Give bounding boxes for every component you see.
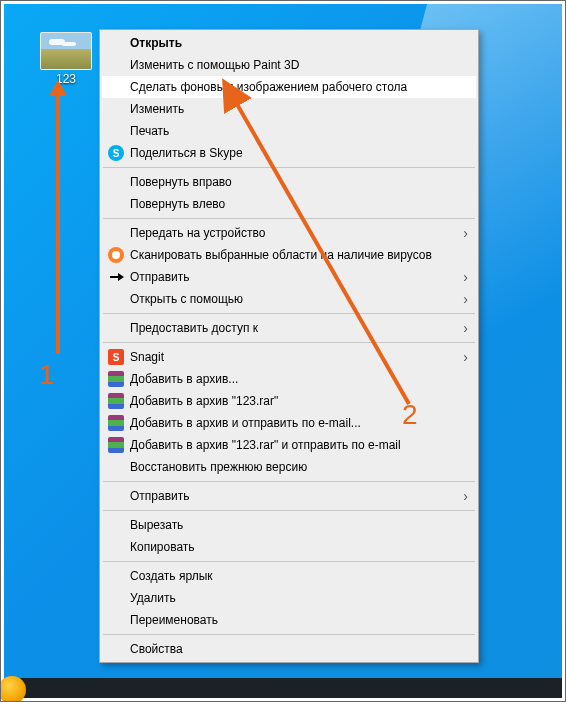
desktop[interactable]: 123 ОткрытьИзменить с помощью Paint 3DСд… — [4, 4, 562, 698]
menu-item-label: Печать — [130, 124, 169, 138]
menu-item-label: Удалить — [130, 591, 176, 605]
skype-icon — [108, 145, 124, 161]
menu-item[interactable]: Открыть с помощью› — [102, 288, 476, 310]
chevron-right-icon: › — [463, 225, 468, 241]
menu-separator — [103, 510, 475, 511]
menu-item-label: Свойства — [130, 642, 183, 656]
menu-item-label: Добавить в архив "123.rar" и отправить п… — [130, 438, 401, 452]
annotation-arrow-1 — [56, 94, 60, 354]
menu-separator — [103, 634, 475, 635]
image-thumbnail — [40, 32, 92, 70]
menu-item[interactable]: Сканировать выбранные области на наличие… — [102, 244, 476, 266]
chrome-icon[interactable] — [0, 676, 26, 702]
menu-item[interactable]: Свойства — [102, 638, 476, 660]
menu-item-label: Восстановить прежнюю версию — [130, 460, 307, 474]
menu-item-label: Добавить в архив "123.rar" — [130, 394, 278, 408]
menu-item-label: Вырезать — [130, 518, 183, 532]
menu-item[interactable]: Добавить в архив "123.rar" и отправить п… — [102, 434, 476, 456]
menu-item-label: Изменить — [130, 102, 184, 116]
desktop-icon-label: 123 — [34, 72, 98, 86]
context-menu: ОткрытьИзменить с помощью Paint 3DСделат… — [99, 29, 479, 663]
menu-item[interactable]: Печать — [102, 120, 476, 142]
menu-separator — [103, 342, 475, 343]
menu-separator — [103, 167, 475, 168]
menu-item[interactable]: Отправить› — [102, 266, 476, 288]
chevron-right-icon: › — [463, 488, 468, 504]
menu-item-label: Snagit — [130, 350, 164, 364]
share-icon — [108, 269, 124, 285]
menu-item[interactable]: Поделиться в Skype — [102, 142, 476, 164]
rar-icon — [108, 415, 124, 431]
menu-item[interactable]: Отправить› — [102, 485, 476, 507]
rar-icon — [108, 393, 124, 409]
annotation-label-1: 1 — [39, 359, 55, 391]
menu-item[interactable]: Создать ярлык — [102, 565, 476, 587]
desktop-icon-file[interactable]: 123 — [34, 32, 98, 86]
chevron-right-icon: › — [463, 320, 468, 336]
rar-icon — [108, 371, 124, 387]
menu-item-label: Предоставить доступ к — [130, 321, 258, 335]
chevron-right-icon: › — [463, 291, 468, 307]
menu-item[interactable]: Удалить — [102, 587, 476, 609]
avast-icon — [108, 247, 124, 263]
menu-item-label: Добавить в архив и отправить по e-mail..… — [130, 416, 361, 430]
menu-item-label: Отправить — [130, 270, 190, 284]
menu-item[interactable]: Передать на устройство› — [102, 222, 476, 244]
menu-item-label: Переименовать — [130, 613, 218, 627]
menu-item-label: Отправить — [130, 489, 190, 503]
menu-item[interactable]: Вырезать — [102, 514, 476, 536]
menu-item[interactable]: Изменить — [102, 98, 476, 120]
menu-item[interactable]: Переименовать — [102, 609, 476, 631]
menu-item-label: Копировать — [130, 540, 195, 554]
menu-item[interactable]: Добавить в архив "123.rar" — [102, 390, 476, 412]
menu-separator — [103, 481, 475, 482]
menu-item[interactable]: Восстановить прежнюю версию — [102, 456, 476, 478]
menu-separator — [103, 218, 475, 219]
menu-item[interactable]: Повернуть влево — [102, 193, 476, 215]
menu-item-label: Изменить с помощью Paint 3D — [130, 58, 299, 72]
menu-item-label: Передать на устройство — [130, 226, 265, 240]
menu-item-label: Добавить в архив... — [130, 372, 238, 386]
menu-item[interactable]: Добавить в архив и отправить по e-mail..… — [102, 412, 476, 434]
menu-item-label: Открыть с помощью — [130, 292, 243, 306]
taskbar[interactable] — [4, 678, 562, 698]
snagit-icon — [108, 349, 124, 365]
menu-item[interactable]: Открыть — [102, 32, 476, 54]
chevron-right-icon: › — [463, 269, 468, 285]
menu-item[interactable]: Предоставить доступ к› — [102, 317, 476, 339]
menu-item-label: Сделать фоновым изображением рабочего ст… — [130, 80, 407, 94]
menu-separator — [103, 561, 475, 562]
menu-item-label: Сканировать выбранные области на наличие… — [130, 248, 432, 262]
menu-item-label: Повернуть вправо — [130, 175, 232, 189]
menu-item-label: Открыть — [130, 36, 182, 50]
chevron-right-icon: › — [463, 349, 468, 365]
menu-item[interactable]: Повернуть вправо — [102, 171, 476, 193]
menu-item-label: Создать ярлык — [130, 569, 213, 583]
menu-separator — [103, 313, 475, 314]
menu-item-label: Поделиться в Skype — [130, 146, 243, 160]
rar-icon — [108, 437, 124, 453]
menu-item[interactable]: Копировать — [102, 536, 476, 558]
menu-item-label: Повернуть влево — [130, 197, 225, 211]
menu-item[interactable]: Сделать фоновым изображением рабочего ст… — [102, 76, 476, 98]
menu-item[interactable]: Snagit› — [102, 346, 476, 368]
menu-item[interactable]: Добавить в архив... — [102, 368, 476, 390]
menu-item[interactable]: Изменить с помощью Paint 3D — [102, 54, 476, 76]
